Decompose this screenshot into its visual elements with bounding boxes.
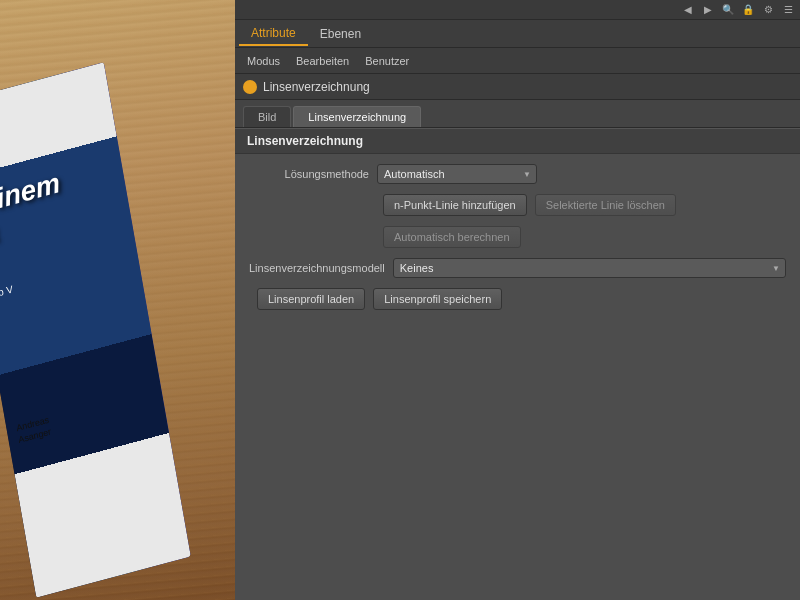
- toolbar-modus[interactable]: Modus: [243, 53, 284, 69]
- losungsmethode-row: Lösungsmethode Automatisch Manuell: [249, 164, 786, 184]
- tab-ebenen[interactable]: Ebenen: [308, 23, 373, 45]
- losungsmethode-select-wrapper: Automatisch Manuell: [377, 164, 537, 184]
- menu-icon[interactable]: ☰: [780, 2, 796, 18]
- section-icon: [243, 80, 257, 94]
- section-title: Linsenverzeichnung: [263, 80, 370, 94]
- losungsmethode-select[interactable]: Automatisch Manuell: [377, 164, 537, 184]
- delete-line-button[interactable]: Selektierte Linie löschen: [535, 194, 676, 216]
- group-header: Linsenverzeichnung: [235, 128, 800, 154]
- sub-tabs: Bild Linsenverzeichnung: [235, 100, 800, 128]
- settings-icon[interactable]: ⚙: [760, 2, 776, 18]
- toolbar: Modus Bearbeiten Benutzer: [235, 48, 800, 74]
- model-row: Linsenverzeichnungsmodell Keines Standar…: [249, 258, 786, 278]
- tab-bar: Attribute Ebenen: [235, 20, 800, 48]
- content-area: Linsenverzeichnung Lösungsmethode Automa…: [235, 128, 800, 600]
- lock-icon[interactable]: 🔒: [740, 2, 756, 18]
- sub-tab-bild[interactable]: Bild: [243, 106, 291, 127]
- add-point-line-button[interactable]: n-Punkt-Linie hinzufügen: [383, 194, 527, 216]
- losungsmethode-label: Lösungsmethode: [249, 168, 369, 180]
- save-profile-button[interactable]: Linsenprofil speichern: [373, 288, 502, 310]
- back-icon[interactable]: ◀: [680, 2, 696, 18]
- top-bar: ◀ ▶ 🔍 🔒 ⚙ ☰: [235, 0, 800, 20]
- search-icon[interactable]: 🔍: [720, 2, 736, 18]
- model-select[interactable]: Keines Standard Erweitert: [393, 258, 786, 278]
- sub-tab-linsenverzeichnung[interactable]: Linsenverzeichnung: [293, 106, 421, 127]
- point-line-row: n-Punkt-Linie hinzufügen Selektierte Lin…: [249, 194, 786, 216]
- auto-calc-row: Automatisch berechnen: [249, 226, 786, 248]
- right-panel: ◀ ▶ 🔍 🔒 ⚙ ☰ Attribute Ebenen Modus Bearb…: [235, 0, 800, 600]
- toolbar-benutzer[interactable]: Benutzer: [361, 53, 413, 69]
- profile-row: Linsenprofil laden Linsenprofil speicher…: [249, 288, 786, 310]
- forward-icon[interactable]: ▶: [700, 2, 716, 18]
- toolbar-bearbeiten[interactable]: Bearbeiten: [292, 53, 353, 69]
- load-profile-button[interactable]: Linsenprofil laden: [257, 288, 365, 310]
- auto-calc-button[interactable]: Automatisch berechnen: [383, 226, 521, 248]
- model-select-wrapper: Keines Standard Erweitert: [393, 258, 786, 278]
- model-label: Linsenverzeichnungsmodell: [249, 262, 385, 274]
- section-header: Linsenverzeichnung: [235, 74, 800, 100]
- tab-attribute[interactable]: Attribute: [239, 22, 308, 46]
- photo-panel: Cinema ab V AndreasAsanger: [0, 0, 235, 600]
- group-content: Lösungsmethode Automatisch Manuell n-Pun…: [235, 154, 800, 320]
